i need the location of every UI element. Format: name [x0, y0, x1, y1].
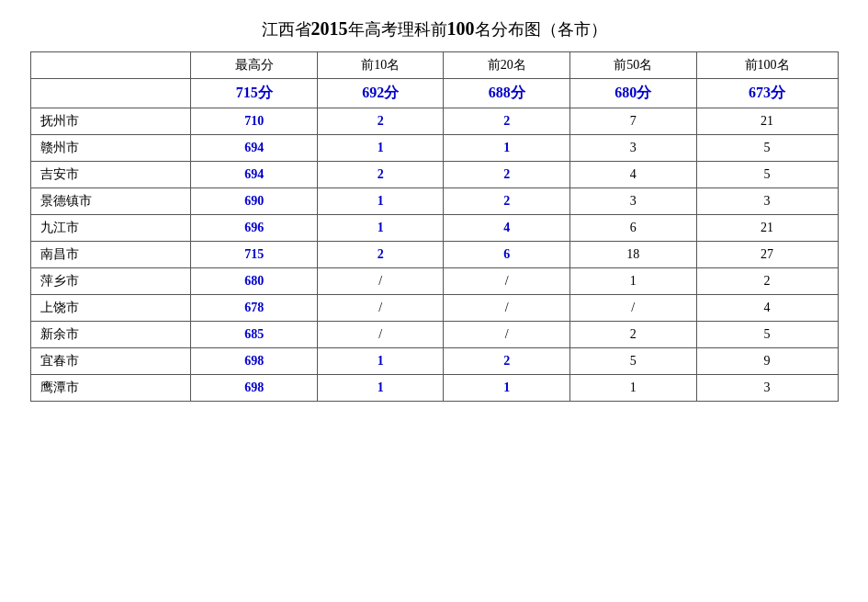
top100-count: 5: [696, 162, 838, 188]
threshold-50: 680分: [570, 79, 697, 108]
city-name: 萍乡市: [30, 268, 191, 295]
city-name: 九江市: [30, 215, 191, 242]
top50-count: 6: [570, 215, 697, 242]
top50-count: /: [570, 295, 697, 322]
threshold-top: 715分: [191, 79, 318, 108]
city-name: 吉安市: [30, 162, 191, 188]
top20-count: /: [444, 268, 570, 295]
top10-count: /: [317, 322, 444, 348]
city-name: 上饶市: [30, 295, 191, 322]
city-name: 抚州市: [30, 108, 191, 135]
page-title: 江西省2015年高考理科前100名分布图（各市）: [30, 18, 839, 40]
top10-count: 1: [317, 135, 444, 162]
top-score: 698: [191, 348, 318, 375]
top100-count: 5: [696, 135, 838, 162]
top20-count: 4: [444, 215, 570, 242]
top50-count: 7: [570, 108, 697, 135]
header-top-score: 最高分: [191, 52, 318, 79]
top100-count: 27: [696, 242, 838, 268]
table-row: 鹰潭市6981113: [30, 375, 838, 402]
top100-count: 2: [696, 268, 838, 295]
top10-count: 2: [317, 242, 444, 268]
top20-count: /: [444, 322, 570, 348]
top50-count: 1: [570, 375, 697, 402]
top-score: 685: [191, 322, 318, 348]
top50-count: 3: [570, 188, 697, 215]
top-score: 696: [191, 215, 318, 242]
top20-count: 2: [444, 108, 570, 135]
threshold-row: 715分 692分 688分 680分 673分: [30, 79, 838, 108]
top-score: 690: [191, 188, 318, 215]
table-row: 九江市69614621: [30, 215, 838, 242]
top50-count: 1: [570, 268, 697, 295]
top20-count: 2: [444, 162, 570, 188]
table-row: 赣州市6941135: [30, 135, 838, 162]
top-score: 678: [191, 295, 318, 322]
header-city: [30, 52, 191, 79]
page-container: 江西省2015年高考理科前100名分布图（各市） 最高分 前10名 前20名 前…: [30, 18, 839, 402]
title-suffix2: 名分布图（各市）: [475, 20, 607, 39]
title-suffix: 年高考理科前: [348, 20, 447, 39]
header-top50: 前50名: [570, 52, 697, 79]
top10-count: 1: [317, 375, 444, 402]
top10-count: 1: [317, 215, 444, 242]
top100-count: 4: [696, 295, 838, 322]
top20-count: /: [444, 295, 570, 322]
top100-count: 3: [696, 375, 838, 402]
title-prefix: 江西省: [262, 20, 311, 39]
top100-count: 21: [696, 108, 838, 135]
table-row: 南昌市715261827: [30, 242, 838, 268]
top10-count: /: [317, 268, 444, 295]
top20-count: 2: [444, 188, 570, 215]
city-name: 景德镇市: [30, 188, 191, 215]
header-row: 最高分 前10名 前20名 前50名 前100名: [30, 52, 838, 79]
table-row: 萍乡市680//12: [30, 268, 838, 295]
table-row: 吉安市6942245: [30, 162, 838, 188]
table-row: 宜春市6981259: [30, 348, 838, 375]
top20-count: 1: [444, 135, 570, 162]
threshold-label: [30, 79, 191, 108]
top50-count: 18: [570, 242, 697, 268]
top10-count: /: [317, 295, 444, 322]
table-row: 上饶市678///4: [30, 295, 838, 322]
top-score: 694: [191, 162, 318, 188]
city-name: 鹰潭市: [30, 375, 191, 402]
data-table: 最高分 前10名 前20名 前50名 前100名 715分 692分 688分 …: [30, 51, 839, 402]
table-row: 抚州市71022721: [30, 108, 838, 135]
city-name: 赣州市: [30, 135, 191, 162]
top-score: 680: [191, 268, 318, 295]
top20-count: 2: [444, 348, 570, 375]
top10-count: 2: [317, 108, 444, 135]
threshold-100: 673分: [696, 79, 838, 108]
top100-count: 5: [696, 322, 838, 348]
top50-count: 5: [570, 348, 697, 375]
top10-count: 2: [317, 162, 444, 188]
top20-count: 1: [444, 375, 570, 402]
top20-count: 6: [444, 242, 570, 268]
top100-count: 21: [696, 215, 838, 242]
top50-count: 2: [570, 322, 697, 348]
top-score: 715: [191, 242, 318, 268]
city-name: 南昌市: [30, 242, 191, 268]
top50-count: 4: [570, 162, 697, 188]
header-top100: 前100名: [696, 52, 838, 79]
table-row: 新余市685//25: [30, 322, 838, 348]
city-name: 宜春市: [30, 348, 191, 375]
city-name: 新余市: [30, 322, 191, 348]
top10-count: 1: [317, 188, 444, 215]
top-score: 694: [191, 135, 318, 162]
top-score: 698: [191, 375, 318, 402]
top-score: 710: [191, 108, 318, 135]
header-top20: 前20名: [444, 52, 570, 79]
threshold-10: 692分: [317, 79, 444, 108]
top100-count: 9: [696, 348, 838, 375]
title-num: 100: [447, 18, 475, 39]
threshold-20: 688分: [444, 79, 570, 108]
title-year: 2015: [311, 18, 348, 39]
top10-count: 1: [317, 348, 444, 375]
header-top10: 前10名: [317, 52, 444, 79]
top100-count: 3: [696, 188, 838, 215]
table-row: 景德镇市6901233: [30, 188, 838, 215]
top50-count: 3: [570, 135, 697, 162]
